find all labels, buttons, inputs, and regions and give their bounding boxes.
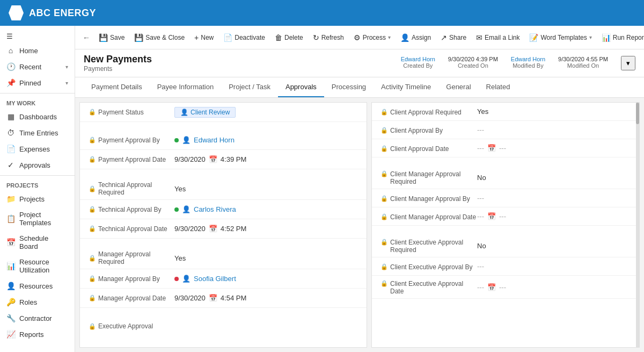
email-link-button[interactable]: ✉ Email a Link bbox=[472, 31, 524, 44]
payment-approval-by-value[interactable]: 👤 Edward Horn bbox=[174, 136, 358, 144]
client-manager-approval-required-label: 🔒 Client Manager Approval Required bbox=[380, 169, 477, 185]
delete-button[interactable]: 🗑 Delete bbox=[270, 31, 308, 44]
logo-icon bbox=[9, 5, 24, 20]
page-subtitle: Payments bbox=[84, 65, 152, 73]
sidebar-item-pinned[interactable]: 📌 Pinned ▾ bbox=[0, 75, 75, 91]
client-manager-calendar-icon[interactable]: 📅 bbox=[487, 212, 496, 220]
word-templates-button[interactable]: 📝 Word Templates ▾ bbox=[525, 31, 596, 44]
tab-related[interactable]: Related bbox=[479, 77, 518, 97]
exec-approval-lock: 🔒 bbox=[89, 323, 96, 330]
payment-approval-date-value: 9/30/2020 📅 4:39 PM bbox=[174, 155, 358, 163]
sidebar-resources-label: Resources bbox=[19, 282, 53, 290]
sidebar-item-resource-utilization[interactable]: 📊 Resource Utilization bbox=[0, 254, 75, 278]
page-header-left: New Payments Payments bbox=[84, 54, 152, 73]
payment-status-value: 👤 Client Review bbox=[174, 107, 358, 118]
tab-processing[interactable]: Processing bbox=[324, 77, 374, 97]
process-button[interactable]: ⚙ Process ▾ bbox=[349, 31, 395, 44]
sidebar-divider-1 bbox=[0, 93, 75, 94]
sidebar-item-dashboards[interactable]: ▦ Dashboards bbox=[0, 109, 75, 125]
page-header-right: Edward Horn Created By 9/30/2020 4:39 PM… bbox=[401, 56, 635, 70]
deactivate-button[interactable]: 📄 Deactivate bbox=[219, 31, 269, 44]
sidebar-item-time-entries[interactable]: ⏱ Time Entries bbox=[0, 125, 75, 141]
sidebar-item-expenses[interactable]: 📄 Expenses bbox=[0, 141, 75, 157]
technical-approval-user-icon: 👤 bbox=[182, 205, 191, 213]
tech-date-calendar-icon[interactable]: 📅 bbox=[209, 225, 217, 233]
payment-status-lock-icon: 🔒 bbox=[89, 109, 96, 116]
right-panel-scrollbar[interactable] bbox=[636, 103, 639, 347]
recent-expand-icon: ▾ bbox=[65, 64, 68, 70]
client-approval-by-value: --- bbox=[477, 126, 631, 134]
client-approval-date-lock: 🔒 bbox=[380, 145, 388, 152]
technical-approval-green-dot bbox=[174, 207, 179, 212]
sidebar-item-contractor[interactable]: 🔧 Contractor bbox=[0, 310, 75, 326]
hamburger-button[interactable]: ☰ bbox=[0, 26, 75, 42]
manager-approval-by-value[interactable]: 👤 Soofia Gilbert bbox=[174, 275, 358, 283]
sidebar-projects-label: Projects bbox=[19, 195, 45, 203]
payment-approval-by-label: 🔒 Payment Approval By bbox=[89, 137, 174, 144]
manager-approval-req-lock: 🔒 bbox=[89, 255, 96, 262]
save-close-button[interactable]: 💾 Save & Close bbox=[130, 31, 189, 44]
manager-date-calendar-icon[interactable]: 📅 bbox=[209, 294, 217, 302]
tab-payee-information[interactable]: Payee Information bbox=[150, 77, 222, 97]
manager-approval-required-label: 🔒 Manager Approval Required bbox=[89, 250, 174, 265]
manager-approval-date-lock: 🔒 bbox=[89, 294, 96, 301]
sidebar-item-schedule-board[interactable]: 📅 Schedule Board bbox=[0, 231, 75, 254]
tab-approvals[interactable]: Approvals bbox=[278, 77, 324, 97]
new-button[interactable]: + New bbox=[190, 31, 218, 44]
sidebar-item-reports[interactable]: 📈 Reports bbox=[0, 326, 75, 342]
client-approval-required-value: Yes bbox=[477, 107, 631, 116]
header-collapse-button[interactable]: ▾ bbox=[621, 56, 635, 70]
refresh-button[interactable]: ↻ Refresh bbox=[309, 31, 348, 44]
run-report-button[interactable]: 📊 Run Report ▾ bbox=[597, 31, 644, 44]
contractor-icon: 🔧 bbox=[6, 314, 15, 322]
app-title: ABC ENERGY bbox=[29, 8, 96, 19]
executive-approval-row: 🔒 Executive Approval bbox=[80, 317, 367, 336]
tab-general[interactable]: General bbox=[438, 77, 478, 97]
assign-button[interactable]: 👤 Assign bbox=[396, 31, 435, 44]
time-entries-icon: ⏱ bbox=[6, 128, 15, 137]
client-executive-approval-by-value: --- bbox=[477, 262, 631, 270]
sidebar-item-projects[interactable]: 📁 Projects bbox=[0, 191, 75, 207]
client-exec-calendar-icon[interactable]: 📅 bbox=[487, 283, 496, 291]
sidebar-item-approvals[interactable]: ✓ Approvals bbox=[0, 157, 75, 173]
technical-approval-by-value[interactable]: 👤 Carlos Rivera bbox=[174, 205, 358, 213]
back-button[interactable]: ← bbox=[79, 31, 93, 44]
executive-approval-label: 🔒 Executive Approval bbox=[89, 322, 174, 330]
payment-date-calendar-icon[interactable]: 📅 bbox=[209, 155, 217, 163]
share-icon: ↗ bbox=[441, 33, 447, 42]
sidebar-item-home-label: Home bbox=[19, 47, 38, 55]
created-on-value: 9/30/2020 4:39 PM bbox=[448, 56, 498, 62]
payment-approval-date-lock: 🔒 bbox=[89, 156, 96, 163]
technical-approval-by-label: 🔒 Technical Approval By bbox=[89, 206, 174, 213]
manager-approval-by-label: 🔒 Manager Approval By bbox=[89, 275, 174, 283]
approvals-icon: ✓ bbox=[6, 161, 15, 169]
tab-payment-details[interactable]: Payment Details bbox=[84, 77, 150, 97]
client-manager-approval-date-value: --- 📅 --- bbox=[477, 212, 631, 220]
client-approval-date-value: --- 📅 --- bbox=[477, 144, 631, 152]
sidebar-item-home[interactable]: ⌂ Home bbox=[0, 42, 75, 59]
created-by-block: Edward Horn Created By bbox=[401, 56, 435, 69]
pinned-icon: 📌 bbox=[6, 78, 15, 87]
sidebar-item-recent[interactable]: 🕐 Recent ▾ bbox=[0, 59, 75, 75]
share-button[interactable]: ↗ Share bbox=[436, 31, 471, 44]
email-icon: ✉ bbox=[476, 33, 482, 42]
client-executive-approval-required-label: 🔒 Client Executive Approval Required bbox=[380, 238, 477, 254]
sidebar-item-resources[interactable]: 👤 Resources bbox=[0, 278, 75, 294]
recent-icon: 🕐 bbox=[6, 62, 15, 71]
sidebar-project-templates-label: Project Templates bbox=[19, 211, 68, 227]
sidebar-divider-2 bbox=[0, 175, 75, 176]
tab-project-task[interactable]: Project / Task bbox=[221, 77, 278, 97]
save-close-icon: 💾 bbox=[134, 33, 143, 42]
projects-icon: 📁 bbox=[6, 195, 15, 203]
technical-approval-by-row: 🔒 Technical Approval By 👤 Carlos Rivera bbox=[80, 200, 367, 219]
client-approval-req-lock: 🔒 bbox=[380, 109, 388, 116]
sidebar-item-roles[interactable]: 🔑 Roles bbox=[0, 294, 75, 310]
word-templates-icon: 📝 bbox=[529, 33, 538, 42]
save-button[interactable]: 💾 Save bbox=[94, 31, 129, 44]
client-date-calendar-icon[interactable]: 📅 bbox=[487, 144, 496, 152]
spacer-1 bbox=[80, 122, 367, 131]
scrollbar-thumb bbox=[636, 103, 639, 124]
tab-activity-timeline[interactable]: Activity Timeline bbox=[374, 77, 438, 97]
client-approval-required-label: 🔒 Client Approval Required bbox=[380, 107, 477, 116]
sidebar-item-project-templates[interactable]: 📋 Project Templates bbox=[0, 207, 75, 231]
